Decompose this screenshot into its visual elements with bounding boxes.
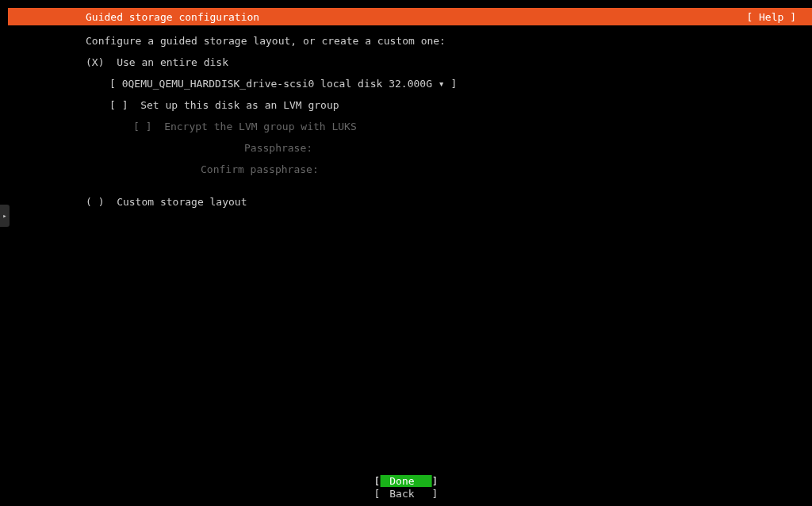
option-entire-disk-label: Use an entire disk [117,56,228,68]
bracket-open: [ [109,78,122,90]
done-button[interactable]: [ Done] [374,475,439,487]
back-button[interactable]: [ Back] [374,488,439,500]
footer-buttons: [ Done] [ Back] [374,475,439,500]
encrypt-checkbox: [ ] Encrypt the LVM group with LUKS [133,121,812,132]
lvm-checkbox-label: Set up this disk as an LVM group [140,99,339,111]
checkbox-unchecked-icon: [ ] [133,121,151,132]
radio-selected-icon: (X) [86,56,104,68]
option-custom-storage-label: Custom storage layout [117,196,247,208]
option-use-entire-disk[interactable]: (X) Use an entire disk [86,56,812,68]
chevron-down-icon: ▾ [432,78,450,90]
option-custom-storage[interactable]: ( ) Custom storage layout [86,196,812,208]
lvm-checkbox[interactable]: [ ] Set up this disk as an LVM group [109,99,812,111]
passphrase-label: Passphrase: [244,142,812,154]
back-button-label: Back [389,488,414,500]
confirm-passphrase-label: Confirm passphrase: [201,163,812,175]
page-title: Guided storage configuration [8,11,259,23]
chevron-right-icon: ▸ [2,212,6,220]
side-panel-toggle[interactable]: ▸ [0,205,10,227]
radio-unselected-icon: ( ) [86,196,104,208]
encrypt-checkbox-label: Encrypt the LVM group with LUKS [164,121,357,132]
disk-selector[interactable]: [ 0QEMU_QEMU_HARDDISK_drive-scsi0 local … [109,78,812,90]
help-button[interactable]: [ Help ] [746,11,804,23]
checkbox-unchecked-icon: [ ] [109,99,128,111]
intro-text: Configure a guided storage layout, or cr… [86,35,812,47]
header-bar: Guided storage configuration [ Help ] [8,8,812,25]
done-button-label: Done [389,475,414,487]
content-area: Configure a guided storage layout, or cr… [0,25,812,208]
bracket-close: ] [450,78,457,90]
disk-selector-value: 0QEMU_QEMU_HARDDISK_drive-scsi0 local di… [122,78,432,90]
